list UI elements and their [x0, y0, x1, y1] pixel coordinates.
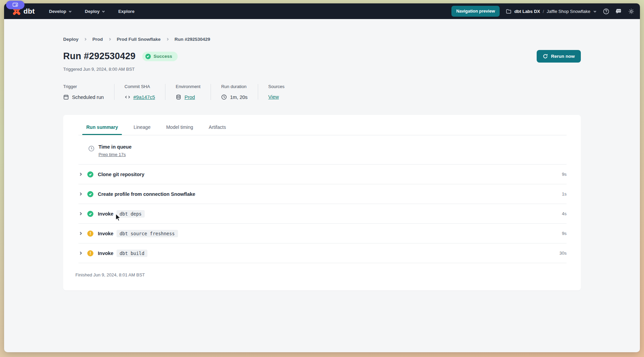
refresh-icon — [543, 54, 548, 59]
nav-explore[interactable]: Explore — [118, 9, 135, 14]
help-icon[interactable] — [603, 8, 609, 15]
timer-icon — [88, 145, 95, 152]
step-name: Clone git repository — [98, 172, 144, 177]
status-badge: Success — [142, 52, 178, 61]
step-row-source-freshness[interactable]: ! Invoke dbt source freshness 9s — [63, 224, 581, 243]
prep-time-link[interactable]: Prep time 17s — [99, 152, 126, 157]
tab-artifacts[interactable]: Artifacts — [209, 124, 226, 135]
step-duration: 9s — [562, 172, 567, 177]
feedback-chat-icon[interactable] — [615, 8, 622, 15]
breadcrumb-deploy[interactable]: Deploy — [63, 37, 78, 42]
step-row-clone[interactable]: Clone git repository 9s — [63, 165, 581, 184]
meta-run-duration: Run duration 1m, 20s — [211, 84, 258, 100]
account-breadcrumb[interactable]: dbt Labs DX / Jaffle Shop Snowflake — [506, 8, 597, 14]
title-row: Run #292530429 Success Rerun now — [63, 50, 581, 63]
calendar-icon — [63, 94, 69, 100]
rerun-now-button[interactable]: Rerun now — [537, 50, 581, 63]
meta-commit-sha: Commit SHA #9a147c5 — [114, 84, 165, 100]
database-icon — [176, 94, 181, 100]
rerun-now-label: Rerun now — [551, 54, 575, 59]
commit-sha-link[interactable]: #9a147c5 — [133, 95, 155, 100]
nav-develop-label: Develop — [49, 9, 66, 14]
step-name: Invoke — [98, 211, 113, 217]
screen-share-icon — [13, 3, 18, 7]
meta-trigger-label: Trigger — [63, 84, 104, 89]
meta-sources: Sources View — [258, 84, 295, 100]
step-duration: 9s — [562, 231, 567, 236]
meta-duration-label: Run duration — [221, 84, 248, 89]
dbt-logo-text: dbt — [23, 7, 35, 15]
success-check-icon — [87, 171, 93, 177]
run-summary-card: Run summary Lineage Model timing Artifac… — [63, 115, 581, 290]
step-name: Create profile from connection Snowflake — [98, 191, 195, 197]
success-check-icon — [87, 211, 93, 217]
run-meta-row: Trigger Scheduled run Commit SHA #9a147c… — [63, 84, 581, 100]
status-badge-label: Success — [154, 54, 172, 59]
step-row-dbt-build[interactable]: ! Invoke dbt build 30s — [63, 243, 581, 263]
expand-chevron-icon[interactable] — [78, 211, 83, 216]
chevron-right-icon — [166, 37, 169, 41]
breadcrumb-prod[interactable]: Prod — [92, 37, 103, 42]
breadcrumb-job[interactable]: Prod Full Snowflake — [117, 37, 161, 42]
tab-lineage[interactable]: Lineage — [133, 124, 150, 135]
settings-gear-icon[interactable] — [628, 8, 634, 15]
time-in-queue-title: Time in queue — [99, 144, 131, 150]
expand-chevron-icon[interactable] — [78, 231, 83, 236]
nav-deploy-label: Deploy — [85, 9, 100, 14]
sources-view-link[interactable]: View — [268, 94, 279, 100]
step-duration: 30s — [559, 251, 567, 256]
triggered-timestamp: Triggered Jun 9, 2024, 8:00 AM BST — [63, 67, 581, 72]
meta-sources-label: Sources — [268, 84, 285, 89]
meta-environment-label: Environment — [176, 84, 200, 89]
step-row-dbt-deps[interactable]: Invoke dbt deps 4s — [63, 204, 581, 223]
warning-icon: ! — [87, 231, 93, 237]
main-nav: Develop Deploy Explore — [49, 9, 135, 14]
tab-strip: Run summary Lineage Model timing Artifac… — [63, 115, 581, 135]
expand-chevron-icon[interactable] — [78, 192, 83, 196]
expand-chevron-icon[interactable] — [78, 251, 83, 255]
step-duration: 4s — [562, 211, 567, 216]
chevron-right-icon — [84, 37, 87, 41]
clock-icon — [221, 94, 227, 100]
tab-run-summary[interactable]: Run summary — [86, 124, 118, 135]
chevron-down-icon — [593, 10, 597, 13]
run-detail-page: Deploy Prod Prod Full Snowflake Run #292… — [4, 37, 640, 290]
row-divider — [78, 263, 567, 263]
meta-trigger: Trigger Scheduled run — [63, 84, 114, 100]
nav-develop[interactable]: Develop — [49, 9, 72, 14]
chevron-down-icon — [68, 10, 72, 13]
meta-environment: Environment Prod — [165, 84, 211, 100]
topbar-right: Navigation preview dbt Labs DX / Jaffle … — [451, 6, 634, 17]
nav-explore-label: Explore — [118, 9, 135, 14]
chevron-right-icon — [108, 37, 112, 41]
success-check-icon — [87, 191, 93, 197]
meta-commit-label: Commit SHA — [125, 84, 155, 89]
step-command: dbt deps — [117, 210, 145, 218]
success-check-icon — [145, 54, 151, 59]
step-name: Invoke — [98, 251, 113, 256]
nav-deploy[interactable]: Deploy — [85, 9, 105, 14]
account-name: dbt Labs DX — [514, 9, 540, 14]
step-row-create-profile[interactable]: Create profile from connection Snowflake… — [63, 184, 581, 204]
warning-icon: ! — [87, 250, 93, 256]
page-title: Run #292530429 — [63, 51, 136, 62]
breadcrumb: Deploy Prod Prod Full Snowflake Run #292… — [63, 37, 581, 42]
code-icon — [125, 94, 130, 100]
finished-timestamp: Finished Jun 9, 2024, 8:01 AM BST — [75, 272, 581, 277]
environment-link[interactable]: Prod — [184, 95, 195, 100]
app-window: dbt Develop Deploy Explore Navigation pr… — [4, 3, 640, 352]
tab-model-timing[interactable]: Model timing — [166, 124, 193, 135]
extension-badge[interactable] — [6, 1, 24, 9]
step-command: dbt build — [117, 250, 147, 257]
navigation-preview-button[interactable]: Navigation preview — [451, 6, 500, 17]
folder-icon — [506, 8, 512, 14]
breadcrumb-run: Run #292530429 — [175, 37, 210, 42]
expand-chevron-icon[interactable] — [78, 172, 83, 176]
meta-trigger-value: Scheduled run — [72, 95, 104, 100]
top-navigation-bar: dbt Develop Deploy Explore Navigation pr… — [4, 3, 640, 19]
meta-duration-value: 1m, 20s — [230, 95, 248, 100]
step-command: dbt source freshness — [117, 230, 178, 237]
step-duration: 1s — [562, 191, 567, 197]
breadcrumb-separator: / — [543, 9, 544, 14]
time-in-queue-block: Time in queue Prep time 17s — [63, 135, 581, 164]
